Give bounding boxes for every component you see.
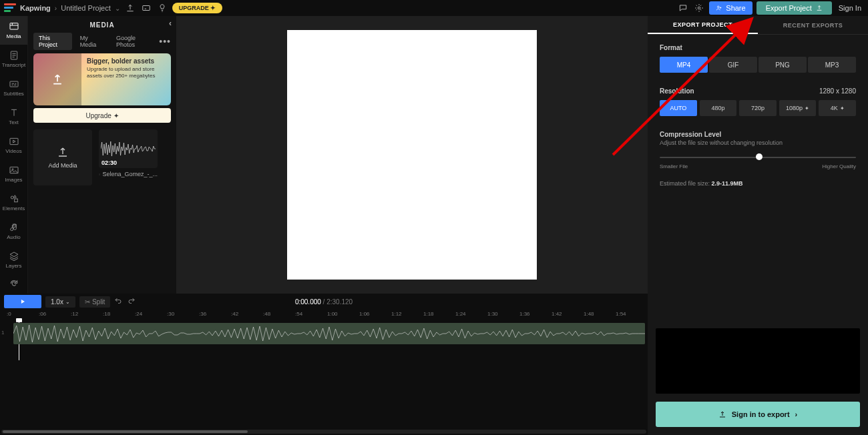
lightbulb-icon[interactable] [156,2,168,14]
rail-images[interactable]: Images [0,159,27,188]
rail-text[interactable]: Text [0,102,27,131]
res-480p[interactable]: 480p [700,100,737,116]
compression-slider[interactable] [660,153,856,162]
upgrade-button[interactable]: Upgrade ✦ [33,108,171,123]
canvas-area [176,16,648,294]
svg-rect-6 [10,138,18,144]
media-more-icon[interactable]: ••• [159,36,171,47]
upgrade-pill[interactable]: UPGRADE ✦ [172,3,223,13]
upgrade-promo: Bigger, bolder assets Upgrade to upload … [33,53,171,105]
track-number: 1 [1,330,4,336]
redo-button[interactable] [128,297,137,306]
card-icon[interactable] [140,2,152,14]
share-button[interactable]: Share [709,1,752,15]
project-canvas[interactable] [287,30,537,280]
export-label: Export Project [766,4,812,12]
resolution-label: Resolution [660,87,694,95]
svg-point-2 [718,6,720,8]
timeline-scrollbar[interactable] [1,430,646,434]
add-media-label: Add Media [48,162,77,169]
export-preview [656,328,860,394]
kapwing-logo[interactable] [4,3,16,13]
resolution-dim: 1280 x 1280 [819,87,856,95]
signin-export-label: Sign in to export [732,410,790,418]
rail-audio[interactable]: Audio [0,217,27,246]
promo-upload-icon [33,53,81,105]
undo-button[interactable] [114,297,124,306]
chevron-right-icon: › [795,410,798,418]
share-label: Share [726,4,745,12]
svg-rect-10 [14,199,17,202]
clip-thumbnail: 02:30 [99,129,158,168]
media-panel: MEDIA ‹ This Project My Media Google Pho… [28,16,176,294]
breadcrumb-chevron: › [55,5,57,12]
topbar: Kapwing › Untitled Project ⌄ UPGRADE ✦ S… [0,0,868,16]
rail-media[interactable]: Media [0,16,27,45]
svg-rect-5 [10,81,18,87]
comment-icon[interactable] [677,2,689,14]
timeline-ruler[interactable]: :0:06:12:18:24:30:36:42:48:541:001:061:1… [7,310,648,320]
format-mp3[interactable]: MP3 [808,57,856,73]
res-720p[interactable]: 720p [739,100,777,116]
media-clip[interactable]: 02:30 Selena_Gomez_-_... [99,129,158,185]
promo-sub: Upgrade to upload and store assets over … [87,66,166,80]
rail-refresh[interactable] [0,274,27,294]
promo-title: Bigger, bolder assets [87,57,166,65]
playback-speed[interactable]: 1.0x⌄ [45,296,75,308]
tab-google-photos[interactable]: Google Photos [111,33,156,50]
export-panel: EXPORT PROJECT RECENT EXPORTS Format MP4… [648,16,868,435]
tab-this-project[interactable]: This Project [33,33,72,50]
compression-label: Compression Level [660,131,856,138]
rail-elements[interactable]: Elements [0,188,27,217]
signin-link[interactable]: Sign In [836,4,864,12]
svg-rect-11 [13,323,645,344]
signin-to-export-button[interactable]: Sign in to export › [656,402,860,427]
play-button[interactable] [4,295,41,308]
rail-subtitles[interactable]: Subtitles [0,73,27,102]
project-dropdown-icon[interactable]: ⌄ [115,5,120,12]
export-project-button[interactable]: Export Project [756,1,832,15]
tab-my-media[interactable]: My Media [75,33,108,50]
svg-point-1 [698,7,701,9]
clip-filename: Selena_Gomez_-_... [99,171,158,177]
slider-right-label: Higher Quality [822,163,856,169]
timeline: 1.0x⌄ ✂Split 0:00.000 / 2:30.120 :0:06:1… [0,294,648,435]
format-label: Format [660,44,856,51]
gear-icon[interactable] [693,2,705,14]
compression-sub: Adjust the file size without changing re… [660,139,856,146]
rail-transcript[interactable]: Transcript [0,45,27,73]
timecode: 0:00.000 / 2:30.120 [295,298,353,306]
res-4k[interactable]: 4K✦ [819,100,856,116]
project-name[interactable]: Untitled Project [61,4,111,12]
slider-left-label: Smaller File [660,163,688,169]
svg-rect-0 [143,6,150,11]
upload-icon[interactable] [124,2,136,14]
collapse-icon[interactable]: ‹ [169,19,172,28]
format-png[interactable]: PNG [758,57,807,73]
timeline-track-1[interactable]: 1 [7,320,648,347]
brand-name[interactable]: Kapwing [20,4,51,12]
res-auto[interactable]: AUTO [660,100,697,116]
estimated-size: Estimated file size: 2.9-11.9MB [660,180,856,187]
rail-layers[interactable]: Layers [0,246,27,274]
tab-export-project[interactable]: EXPORT PROJECT [648,16,758,34]
svg-point-9 [11,196,13,199]
add-media-button[interactable]: Add Media [33,129,92,185]
media-title: MEDIA [89,21,114,29]
format-gif[interactable]: GIF [709,57,757,73]
res-1080p[interactable]: 1080p✦ [779,100,817,116]
format-mp4[interactable]: MP4 [660,57,708,73]
rail-videos[interactable]: Videos [0,131,27,159]
clip-duration: 02:30 [101,159,117,166]
svg-rect-3 [10,23,18,29]
audio-clip-track[interactable] [13,323,645,344]
tab-recent-exports[interactable]: RECENT EXPORTS [758,16,868,34]
split-button[interactable]: ✂Split [79,296,110,308]
left-rail: Media Transcript Subtitles Text Videos I… [0,16,28,294]
